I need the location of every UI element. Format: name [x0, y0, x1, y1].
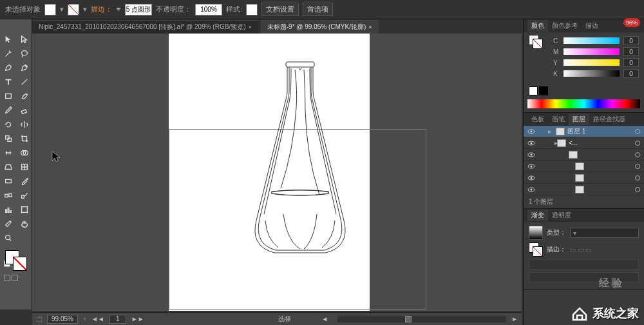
visibility-icon[interactable]: [527, 128, 535, 135]
opacity-label: 不透明度：: [156, 5, 191, 14]
visibility-icon[interactable]: [527, 139, 535, 147]
eraser-tool[interactable]: [16, 103, 32, 117]
width-tool[interactable]: [0, 146, 16, 160]
document-tab[interactable]: 未标题-9* @ 99.05% (CMYK/轮廓)×: [261, 20, 379, 34]
direct-selection-tool[interactable]: [16, 32, 32, 46]
rotate-tool[interactable]: [0, 117, 16, 132]
cloud-sync-badge[interactable]: 96%: [623, 18, 640, 27]
canvas[interactable]: [32, 34, 522, 311]
reflect-tool[interactable]: [16, 117, 32, 132]
gpu-icon: ⬚: [36, 315, 42, 322]
magenta-slider[interactable]: [564, 48, 620, 55]
tab-layers[interactable]: 图层: [569, 113, 589, 125]
close-icon[interactable]: ×: [368, 24, 372, 30]
grad-swatch-pair[interactable]: [529, 242, 543, 257]
paintbrush-tool[interactable]: [16, 89, 32, 103]
preferences-button[interactable]: 首选项: [303, 3, 333, 16]
layer-row[interactable]: ▸ 图层 1: [524, 126, 644, 137]
hand-tool[interactable]: [16, 217, 32, 231]
close-icon[interactable]: ×: [248, 24, 251, 30]
cursor-icon: [52, 151, 61, 165]
free-transform-tool[interactable]: [16, 132, 32, 146]
svg-point-34: [531, 188, 533, 190]
line-tool[interactable]: [16, 75, 32, 89]
scale-tool[interactable]: [0, 132, 16, 146]
color-swatch-pair[interactable]: [529, 35, 543, 49]
pen-tool[interactable]: [0, 61, 16, 75]
screen-mode-row[interactable]: [0, 273, 32, 288]
gradient-type-dropdown[interactable]: ▾: [570, 228, 639, 238]
opacity-input[interactable]: [195, 4, 222, 15]
svg-rect-4: [5, 136, 8, 139]
perspective-grid-tool[interactable]: [0, 160, 16, 174]
layer-row[interactable]: [524, 172, 644, 184]
doc-setup-button[interactable]: 文档设置: [261, 3, 299, 16]
mesh-tool[interactable]: [16, 160, 32, 174]
cyan-slider[interactable]: [564, 37, 620, 44]
spectrum-picker[interactable]: [527, 99, 640, 108]
tab-transparency[interactable]: 透明度: [548, 210, 575, 221]
svg-rect-3: [21, 110, 26, 114]
panel-dock: 96% 颜色 颜色参考 描边 C0 M0 Y0 K0 色板 画笔 图层 路径查找…: [523, 19, 644, 325]
symbol-sprayer-tool[interactable]: [16, 188, 32, 202]
layer-row[interactable]: ▸ <...: [524, 137, 644, 149]
stroke-swatch[interactable]: [68, 4, 79, 15]
magic-wand-tool[interactable]: [0, 46, 16, 61]
tab-brushes[interactable]: 画笔: [548, 113, 569, 125]
visibility-icon[interactable]: [527, 162, 535, 170]
black-slider[interactable]: [564, 70, 620, 77]
svg-point-32: [531, 177, 533, 179]
tab-swatches[interactable]: 色板: [527, 113, 548, 125]
gradient-tool[interactable]: [0, 174, 16, 188]
gradient-swatch[interactable]: [529, 226, 543, 240]
page-input[interactable]: [109, 315, 126, 324]
tab-gradient[interactable]: 渐变: [527, 210, 548, 221]
hscrollbar[interactable]: [337, 316, 507, 322]
svg-point-28: [531, 153, 533, 155]
stroke-weight-dropdown[interactable]: [116, 8, 121, 11]
zoom-tool[interactable]: [0, 231, 16, 245]
visibility-icon[interactable]: [527, 174, 535, 182]
color-panel: 颜色 颜色参考 描边 C0 M0 Y0 K0: [524, 19, 644, 113]
none-swatch[interactable]: [529, 86, 538, 95]
eyedropper-tool[interactable]: [16, 174, 32, 188]
stroke-style-input[interactable]: [125, 4, 152, 15]
black-swatch[interactable]: [539, 86, 548, 95]
tab-color[interactable]: 颜色: [527, 20, 548, 32]
layer-row[interactable]: [524, 149, 644, 161]
fill-stroke-swatch[interactable]: [4, 249, 28, 272]
svg-rect-18: [10, 211, 11, 213]
blend-tool[interactable]: [0, 188, 16, 202]
lasso-tool[interactable]: [16, 46, 32, 61]
tab-stroke[interactable]: 描边: [582, 20, 602, 32]
tab-pathfinder[interactable]: 路径查找器: [589, 113, 629, 125]
column-graph-tool[interactable]: [0, 202, 16, 217]
rectangle-tool[interactable]: [0, 89, 16, 103]
style-swatch[interactable]: [246, 4, 258, 15]
svg-rect-14: [8, 193, 11, 196]
shape-builder-tool[interactable]: [16, 146, 32, 160]
curvature-tool[interactable]: [16, 61, 32, 75]
svg-point-20: [5, 235, 10, 240]
document-tab[interactable]: Nipic_2457331_20101020230646567000 [转换].…: [32, 20, 258, 34]
zoom-input[interactable]: [47, 315, 78, 324]
artboard-tool[interactable]: [16, 202, 32, 217]
svg-point-30: [531, 165, 533, 167]
svg-point-26: [531, 142, 533, 144]
fill-swatch[interactable]: [44, 4, 56, 15]
layer-row[interactable]: [524, 161, 644, 172]
tab-color-guide[interactable]: 颜色参考: [548, 20, 582, 32]
page-nav-prev[interactable]: ◄◄: [91, 315, 104, 322]
slice-tool[interactable]: [0, 217, 16, 231]
layer-row[interactable]: [524, 184, 644, 195]
tool-palette: [0, 19, 32, 310]
page-nav-next[interactable]: ►►: [131, 315, 144, 322]
yellow-slider[interactable]: [564, 59, 620, 66]
visibility-icon[interactable]: [527, 186, 535, 193]
selection-tool[interactable]: [0, 32, 16, 46]
layer-count: 1 个图层: [524, 195, 644, 208]
visibility-icon[interactable]: [527, 151, 535, 159]
current-tool-label: 选择: [278, 315, 291, 324]
pencil-tool[interactable]: [0, 103, 16, 117]
type-tool[interactable]: [0, 75, 16, 89]
